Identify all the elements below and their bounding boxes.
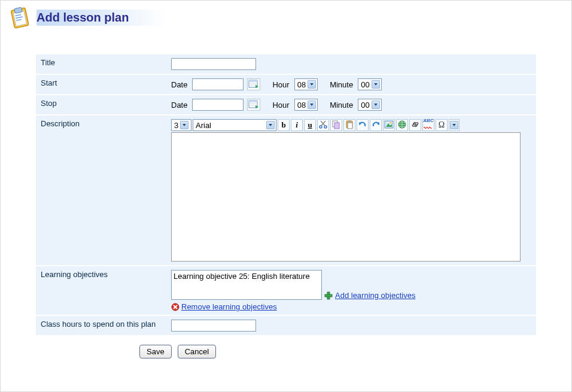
chevron-down-icon: [372, 101, 380, 109]
svg-point-17: [324, 126, 327, 128]
svg-rect-24: [348, 120, 351, 122]
save-button[interactable]: Save: [139, 345, 172, 358]
insert-link-button[interactable]: [409, 119, 421, 131]
start-hour-select[interactable]: 08: [294, 78, 318, 90]
start-date-input[interactable]: [192, 78, 244, 90]
insert-symbol-button[interactable]: Ω: [436, 119, 448, 131]
list-item[interactable]: Learning objective 25: English literatur…: [174, 272, 320, 281]
italic-button[interactable]: i: [291, 119, 303, 131]
remove-learning-objectives-link[interactable]: Remove learning objectives: [181, 302, 277, 311]
page-title: Add lesson plan: [36, 11, 129, 24]
svg-rect-21: [334, 123, 339, 129]
page: Add lesson plan Title Start Date: [0, 0, 572, 392]
form-actions: Save Cancel: [139, 345, 564, 358]
clipboard-icon: [8, 5, 32, 29]
svg-point-16: [320, 126, 322, 128]
chevron-down-icon: [266, 121, 275, 129]
rich-text-editor: 3 Arial b i u: [171, 119, 531, 262]
chevron-down-icon: [372, 80, 380, 89]
start-minute-value: 00: [361, 80, 369, 89]
chevron-down-icon: [308, 101, 316, 109]
class-hours-input[interactable]: [171, 320, 256, 332]
globe-icon: [397, 120, 407, 131]
paste-icon: [345, 120, 354, 131]
svg-rect-7: [249, 80, 257, 82]
spellcheck-icon: ABC: [423, 118, 433, 132]
more-tools-button[interactable]: [449, 119, 460, 131]
start-date-picker-button[interactable]: [247, 78, 260, 90]
add-learning-objectives-link[interactable]: Add learning objectives: [335, 291, 415, 300]
start-hour-value: 08: [297, 80, 306, 89]
start-minute-label: Minute: [330, 80, 353, 89]
underline-button[interactable]: u: [304, 119, 316, 131]
start-hour-label: Hour: [272, 80, 289, 89]
rte-toolbar: 3 Arial b i u: [171, 119, 531, 131]
start-minute-select[interactable]: 00: [358, 78, 381, 90]
title-input[interactable]: [171, 58, 256, 70]
start-date-label: Date: [171, 80, 187, 89]
start-label: Start: [36, 75, 166, 94]
stop-date-input[interactable]: [192, 99, 244, 111]
font-family-select[interactable]: Arial: [193, 119, 276, 131]
svg-rect-23: [348, 123, 352, 129]
cut-button[interactable]: [317, 119, 329, 131]
copy-icon: [331, 120, 341, 131]
stop-minute-label: Minute: [330, 101, 353, 110]
stop-label: Stop: [36, 95, 166, 114]
redo-icon: [371, 120, 381, 131]
image-icon: [384, 120, 394, 131]
svg-point-29: [390, 121, 392, 123]
stop-date-picker-button[interactable]: [247, 99, 260, 111]
font-size-value: 3: [174, 121, 178, 130]
font-family-value: Arial: [196, 121, 211, 130]
scissors-icon: [318, 120, 328, 131]
calendar-icon: [248, 78, 259, 91]
stop-date-label: Date: [171, 101, 187, 110]
svg-line-18: [321, 121, 325, 126]
page-header: Add lesson plan: [8, 5, 564, 29]
stop-hour-select[interactable]: 08: [294, 99, 318, 111]
plus-icon: [324, 291, 333, 300]
description-textarea[interactable]: [171, 132, 521, 262]
description-label: Description: [36, 116, 166, 265]
undo-icon: [358, 120, 367, 131]
title-label: Title: [36, 54, 166, 74]
class-hours-label: Class hours to spend on this plan: [36, 316, 166, 335]
calendar-icon: [248, 99, 259, 111]
chevron-down-icon: [450, 121, 458, 129]
copy-button[interactable]: [330, 119, 342, 131]
omega-icon: Ω: [439, 120, 445, 130]
stop-minute-value: 00: [361, 101, 369, 110]
insert-image-button[interactable]: [383, 119, 395, 131]
paste-button[interactable]: [343, 119, 355, 131]
svg-rect-12: [249, 101, 257, 102]
chevron-down-icon: [180, 121, 188, 129]
insert-web-button[interactable]: [396, 119, 408, 131]
link-icon: [410, 120, 420, 131]
redo-button[interactable]: [370, 119, 382, 131]
chevron-down-icon: [308, 80, 316, 89]
learning-objectives-listbox[interactable]: Learning objective 25: English literatur…: [171, 270, 322, 300]
spellcheck-button[interactable]: ABC: [422, 119, 434, 131]
stop-hour-label: Hour: [272, 101, 289, 110]
font-size-select[interactable]: 3: [171, 119, 191, 131]
learning-objectives-label: Learning objectives: [36, 266, 166, 315]
undo-button[interactable]: [357, 119, 369, 131]
svg-rect-34: [325, 294, 332, 297]
stop-hour-value: 08: [297, 101, 306, 110]
cancel-button[interactable]: Cancel: [178, 345, 216, 358]
page-title-wrap: Add lesson plan: [36, 10, 272, 26]
lesson-plan-form: Title Start Date Hour: [36, 53, 536, 336]
remove-icon: [171, 303, 179, 311]
stop-minute-select[interactable]: 00: [358, 99, 381, 111]
bold-button[interactable]: b: [278, 119, 290, 131]
svg-line-19: [321, 121, 325, 126]
